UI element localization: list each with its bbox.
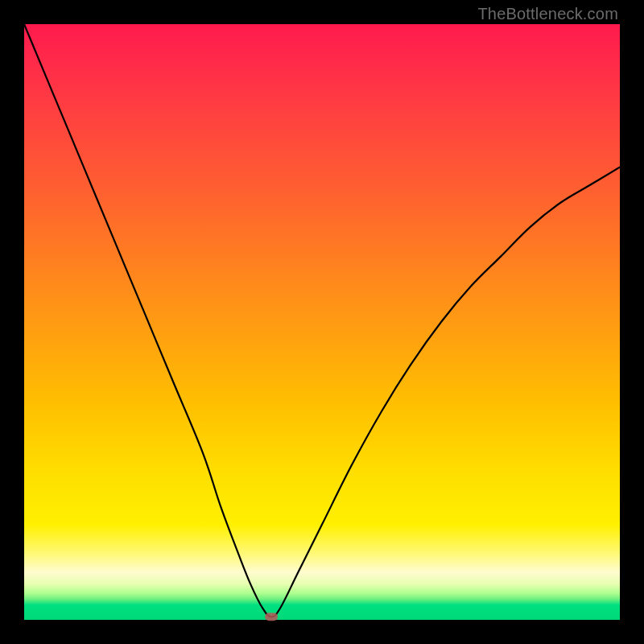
curve-svg xyxy=(24,24,620,620)
watermark-text: TheBottleneck.com xyxy=(477,5,618,23)
minimum-marker xyxy=(265,613,278,621)
plot-area xyxy=(24,24,620,620)
bottleneck-curve xyxy=(24,24,620,617)
chart-frame: TheBottleneck.com xyxy=(0,0,644,644)
